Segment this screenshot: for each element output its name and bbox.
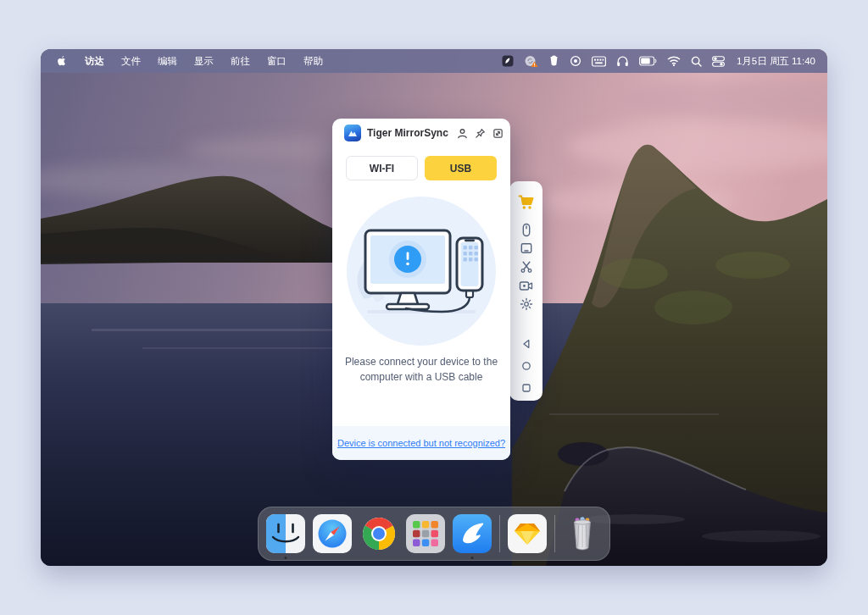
android-recents-button[interactable]	[509, 379, 542, 397]
screen-icon	[520, 241, 533, 255]
menu-file[interactable]: 文件	[113, 49, 149, 73]
finder-icon	[266, 514, 305, 553]
apple-logo-icon	[56, 55, 68, 67]
battery-menubar-icon[interactable]	[634, 49, 662, 73]
running-indicator	[285, 557, 287, 559]
window-titlebar[interactable]: Tiger MirrorSync	[332, 119, 510, 147]
tab-wifi[interactable]: WI-FI	[346, 156, 418, 180]
wifi-menubar-icon[interactable]	[662, 49, 686, 73]
menu-edit[interactable]: 编辑	[149, 49, 186, 73]
mirror-app-menubar-icon[interactable]	[497, 49, 519, 73]
tiger-mirrorsync-window: Tiger MirrorSync	[332, 119, 510, 460]
trash-icon	[563, 514, 602, 553]
headphones-menubar-icon[interactable]	[611, 49, 634, 73]
store-cart-button[interactable]	[509, 190, 542, 215]
app-logo	[344, 125, 361, 141]
launchpad-icon	[406, 514, 445, 553]
connection-tabs: WI-FI USB	[332, 147, 510, 180]
dock-item-dingtalk[interactable]	[453, 514, 492, 553]
mirror-control-panel	[509, 181, 542, 401]
settings-button[interactable]	[509, 295, 542, 313]
menubar-clock[interactable]: 1月5日 周五 11:40	[730, 55, 815, 68]
mouse-icon	[520, 223, 533, 237]
window-footer: Device is connected but not recognized?	[332, 426, 510, 460]
dock-item-sketch[interactable]	[508, 514, 547, 553]
account-icon	[457, 128, 468, 139]
not-recognized-link[interactable]: Device is connected but not recognized?	[337, 438, 505, 448]
dock-item-safari[interactable]	[313, 514, 352, 553]
menu-help[interactable]: 帮助	[295, 49, 331, 73]
menu-finder[interactable]: 访达	[76, 49, 113, 73]
screen-record-button[interactable]	[509, 276, 542, 295]
chrome-icon	[359, 514, 398, 553]
computer-phone-usb-illustration	[347, 197, 496, 346]
assistant-app-menubar-icon[interactable]	[543, 49, 565, 73]
fullscreen-icon	[492, 128, 504, 139]
gear-icon	[520, 297, 533, 311]
window-title: Tiger MirrorSync	[367, 127, 448, 139]
fullscreen-button[interactable]	[492, 127, 504, 139]
clip-button[interactable]	[509, 258, 542, 276]
cart-icon	[518, 194, 535, 211]
record-camera-icon	[519, 280, 533, 292]
android-back-button[interactable]	[509, 335, 542, 353]
menu-bar: 访达 文件 编辑 显示 前往 窗口 帮助	[41, 49, 827, 73]
dock-item-trash[interactable]	[563, 514, 602, 553]
sync-alert-menubar-icon[interactable]	[519, 49, 543, 73]
mouse-control-button[interactable]	[509, 220, 542, 239]
screen-mirror-button[interactable]	[509, 239, 542, 258]
pin-icon	[475, 128, 486, 139]
input-source-menubar-icon[interactable]	[587, 49, 611, 73]
pin-button[interactable]	[475, 127, 487, 139]
apple-menu[interactable]	[54, 55, 76, 67]
connect-illustration	[347, 197, 496, 346]
menu-window[interactable]: 窗口	[259, 49, 295, 73]
screen-record-menubar-icon[interactable]	[565, 49, 587, 73]
desktop: 访达 文件 编辑 显示 前往 窗口 帮助	[41, 49, 827, 566]
dock-separator	[554, 515, 555, 552]
dock	[258, 507, 610, 561]
tab-usb[interactable]: USB	[425, 156, 497, 180]
dingtalk-icon	[453, 514, 492, 553]
dock-separator	[499, 515, 500, 552]
mountain-logo-icon	[347, 127, 359, 139]
dock-item-launchpad[interactable]	[406, 514, 445, 553]
recents-square-icon	[520, 382, 532, 394]
back-triangle-icon	[520, 338, 532, 350]
search-menubar-icon[interactable]	[686, 49, 707, 73]
dock-item-finder[interactable]	[266, 514, 305, 553]
running-indicator	[471, 557, 474, 559]
menu-view[interactable]: 显示	[186, 49, 222, 73]
scissors-icon	[520, 260, 533, 274]
control-center-menubar-icon[interactable]	[707, 49, 730, 73]
sketch-icon	[508, 514, 547, 553]
dock-item-chrome[interactable]	[359, 514, 398, 553]
home-circle-icon	[520, 360, 532, 372]
menu-go[interactable]: 前往	[222, 49, 259, 73]
connect-instruction-text: Please connect your device to the comput…	[332, 354, 510, 385]
account-button[interactable]	[457, 127, 469, 139]
safari-icon	[313, 514, 352, 553]
android-home-button[interactable]	[509, 357, 542, 375]
